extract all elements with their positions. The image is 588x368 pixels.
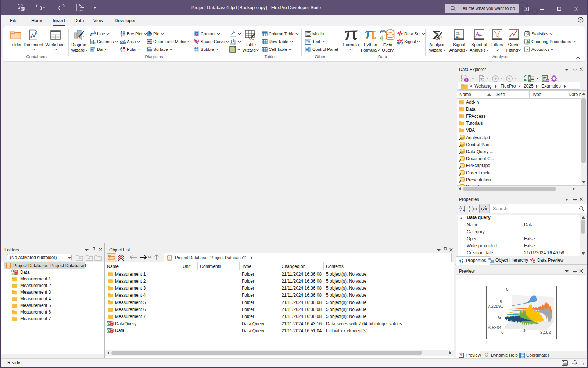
svg-text:dy: dy xyxy=(456,30,460,34)
svg-text:A: A xyxy=(459,206,462,209)
svg-text:Z: Z xyxy=(459,209,462,213)
svg-text:A: A xyxy=(306,40,308,42)
svg-text:dx: dx xyxy=(456,34,460,38)
svg-text:c: c xyxy=(481,207,484,211)
svg-text:?: ? xyxy=(580,18,581,22)
